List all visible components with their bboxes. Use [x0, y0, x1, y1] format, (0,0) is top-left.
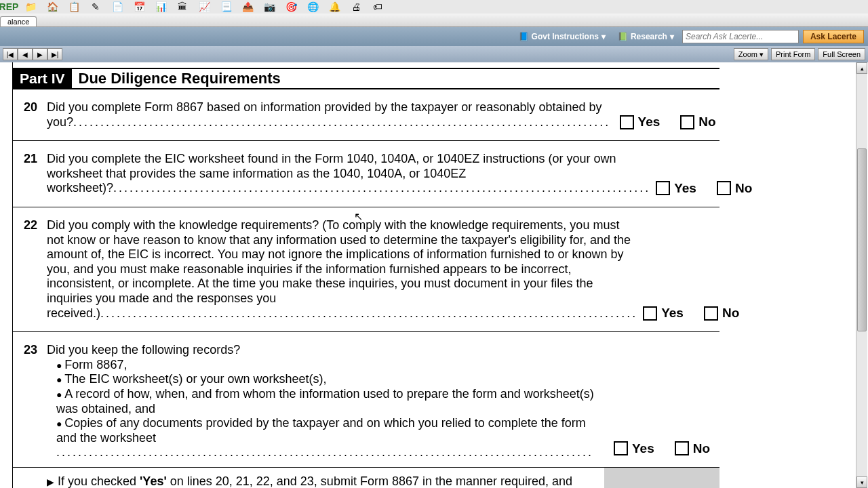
research-label: Research: [631, 32, 667, 41]
scroll-thumb[interactable]: [857, 148, 867, 331]
q21-no-checkbox[interactable]: [717, 181, 731, 195]
greyed-answer-cell: [604, 468, 719, 488]
q23-text: Did you keep the following records? Form…: [47, 343, 599, 460]
search-input[interactable]: [682, 30, 799, 43]
q22-text: Did you comply with the knowledge requir…: [47, 218, 637, 321]
no-label: No: [722, 306, 739, 321]
q23-bullet-1: Form 8867,: [56, 358, 599, 373]
q23-bullet-4: Copies of any documents provided by the …: [56, 416, 599, 460]
form-viewport: Part IV Due Diligence Requirements 20 Di…: [0, 62, 868, 488]
tag-icon[interactable]: 🏷: [372, 1, 384, 13]
chevron-down-icon: ▾: [670, 32, 674, 41]
doc-icon[interactable]: 📄: [111, 1, 123, 13]
flag-icon[interactable]: 🎯: [285, 1, 297, 13]
question-22-row: 22 Did you comply with the knowledge req…: [13, 207, 719, 332]
nav-bar: |◀ ◀ ▶ ▶| Zoom ▾ Print Form Full Screen: [0, 46, 868, 62]
bars-icon[interactable]: 📈: [198, 1, 210, 13]
question-21-row: 21 Did you complete the EIC worksheet fo…: [13, 141, 719, 207]
no-label: No: [693, 441, 710, 456]
question-23-row: 23 Did you keep the following records? F…: [13, 332, 719, 468]
globe-icon[interactable]: 🌐: [307, 1, 319, 13]
yes-label: Yes: [674, 181, 696, 196]
q20-text: Did you complete Form 8867 based on info…: [47, 100, 610, 129]
research-button[interactable]: 📗 Research ▾: [614, 30, 678, 43]
question-20-row: 20 Did you complete Form 8867 based on i…: [13, 89, 719, 141]
nav-prev-button[interactable]: ◀: [18, 48, 33, 60]
full-screen-button[interactable]: Full Screen: [818, 48, 865, 60]
yes-label: Yes: [638, 115, 660, 129]
q23-bullet-2: The EIC worksheet(s) or your own workshe…: [56, 372, 599, 387]
no-label: No: [698, 115, 715, 129]
q22-yes-checkbox[interactable]: [643, 306, 657, 321]
q23-yes-checkbox[interactable]: [614, 441, 628, 455]
main-toolbar: REP 📁 🏠 📋 ✎ 📄 📅 📊 🏛 📈 📃 📤 📷 🎯 🌐 🔔 🖨 🏷: [0, 0, 868, 14]
q22-no-checkbox[interactable]: [704, 306, 718, 321]
q20-yes-checkbox[interactable]: [620, 115, 634, 129]
q21-number: 21: [13, 152, 47, 196]
nav-first-button[interactable]: |◀: [3, 48, 18, 60]
tab-strip: alance: [0, 14, 868, 27]
q20-number: 20: [13, 100, 47, 129]
scroll-track[interactable]: [856, 74, 867, 476]
research-icon: 📗: [618, 32, 628, 41]
printer-icon[interactable]: 🖨: [350, 1, 362, 13]
part-title: Due Diligence Requirements: [72, 69, 281, 88]
house-icon[interactable]: 🏠: [46, 1, 58, 13]
send-icon[interactable]: 📤: [241, 1, 254, 13]
govt-icon: 📘: [519, 32, 529, 41]
notes-row: ▶ If you checked 'Yes' on lines 20, 21, …: [13, 468, 719, 488]
q23-number: 23: [13, 343, 47, 460]
q20-no-checkbox[interactable]: [680, 115, 694, 129]
chart-icon[interactable]: 📊: [155, 1, 167, 13]
scroll-up-button[interactable]: ▴: [856, 62, 867, 74]
camera-icon[interactable]: 📷: [263, 1, 275, 13]
action-bar: 📘 Govt Instructions ▾ 📗 Research ▾ Ask L…: [0, 27, 868, 46]
yes-note: ▶ If you checked 'Yes' on lines 20, 21, …: [47, 474, 599, 488]
q21-text: Did you complete the EIC worksheet found…: [47, 152, 650, 196]
q23-no-checkbox[interactable]: [675, 441, 689, 455]
page-icon[interactable]: 📃: [220, 1, 232, 13]
govt-label: Govt Instructions: [532, 32, 599, 41]
notes-icon[interactable]: 📋: [68, 1, 80, 13]
nav-next-button[interactable]: ▶: [33, 48, 47, 60]
zoom-button[interactable]: Zoom ▾: [734, 48, 768, 60]
rep-icon[interactable]: REP: [3, 1, 15, 13]
tab-balance[interactable]: alance: [0, 16, 37, 26]
vertical-scrollbar[interactable]: ▴ ▾: [856, 62, 867, 488]
q21-yes-checkbox[interactable]: [656, 181, 670, 195]
ask-lacerte-button[interactable]: Ask Lacerte: [803, 30, 864, 43]
govt-instructions-button[interactable]: 📘 Govt Instructions ▾: [515, 30, 610, 43]
calendar-icon[interactable]: 📅: [133, 1, 145, 13]
print-form-button[interactable]: Print Form: [771, 48, 815, 60]
q23-bullet-3: A record of how, when, and from whom the…: [56, 387, 599, 416]
part-header: Part IV Due Diligence Requirements: [13, 68, 719, 89]
arrow-icon: ▶: [47, 476, 54, 487]
folder-icon[interactable]: 📁: [24, 1, 37, 13]
chevron-down-icon: ▾: [601, 32, 606, 41]
bell-icon[interactable]: 🔔: [328, 1, 340, 13]
q22-number: 22: [13, 218, 47, 321]
yes-label: Yes: [632, 441, 654, 456]
no-label: No: [735, 181, 752, 196]
nav-last-button[interactable]: ▶|: [47, 48, 62, 60]
yes-label: Yes: [661, 306, 684, 321]
house2-icon[interactable]: 🏛: [176, 1, 189, 13]
part-label: Part IV: [13, 69, 72, 88]
scroll-down-button[interactable]: ▾: [856, 476, 867, 488]
edit-icon[interactable]: ✎: [90, 1, 102, 13]
